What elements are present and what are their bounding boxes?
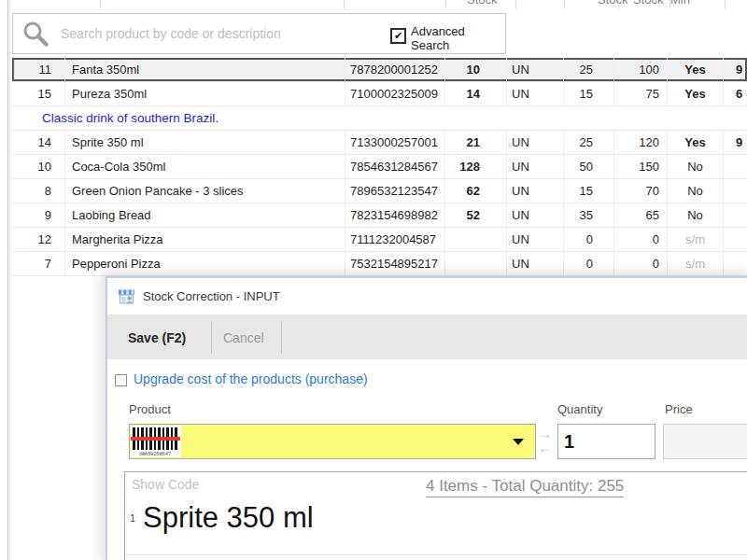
cell-id: 9 (12, 203, 65, 227)
advanced-search-group: ✔ Advanced Search (390, 25, 469, 52)
app-canvas: StockStockStockMin ✔ Advanced Search 11F… (0, 0, 747, 560)
cell-extra (724, 252, 747, 275)
table-row[interactable]: 8Green Onion Pancake - 3 slices789653212… (12, 179, 747, 203)
cell-stock-max: 120 (614, 131, 668, 154)
cell-barcode: 7100002325009 (345, 82, 445, 105)
table-row[interactable]: 11Fanta 350ml787820000125210UN25100Yes9 (12, 58, 747, 82)
cell-stock: 10 (445, 58, 507, 81)
table-row[interactable]: 9Laobing Bread782315469898252UN3565No (12, 203, 747, 228)
column-header[interactable]: Min (670, 0, 690, 7)
price-input[interactable] (663, 424, 747, 459)
cell-stock: 128 (445, 155, 507, 178)
cell-product-name: Margherita Pizza (65, 228, 345, 251)
cell-unit: UN (507, 252, 564, 275)
cell-stock: 14 (445, 82, 507, 105)
dialog-titlebar: Stock Correction - INPUT (107, 278, 747, 315)
cell-stock (445, 252, 507, 275)
cell-stock: 21 (445, 131, 507, 154)
search-bar: ✔ Advanced Search (12, 13, 506, 54)
cell-stock-max: 70 (614, 179, 668, 203)
cell-stock-min: 15 (564, 179, 614, 203)
list-item[interactable]: Sprite 350 ml (143, 501, 314, 535)
cell-min-flag: No (668, 155, 724, 178)
cell-stock: 52 (445, 203, 507, 227)
toolbar-divider (211, 321, 212, 354)
cancel-button[interactable]: Cancel (223, 315, 264, 359)
cell-stock-max: 150 (614, 155, 668, 178)
cell-product-name: Fanta 350ml (65, 58, 345, 81)
cell-stock-min: 25 (564, 58, 614, 81)
save-button[interactable]: Save (F2) (128, 315, 186, 359)
cell-min-flag: Yes (668, 131, 724, 154)
column-divider (445, 0, 446, 8)
cell-id: 14 (12, 131, 65, 154)
table-row[interactable]: 10Coca-Cola 350ml7854631284567128UN50150… (12, 155, 747, 179)
cell-product-name: Coca-Cola 350ml (65, 155, 345, 178)
cell-barcode: 7878200001252 (345, 58, 445, 81)
cell-unit: UN (507, 58, 564, 81)
column-divider (344, 0, 345, 8)
cell-id: 10 (12, 155, 65, 178)
table-row[interactable]: 14Sprite 350 ml713300025700121UN25120Yes… (12, 131, 747, 155)
list-divider (125, 554, 747, 555)
stock-correction-dialog: Stock Correction - INPUT Save (F2) Cance… (106, 276, 747, 560)
store-icon (118, 287, 135, 305)
upgrade-cost-checkbox[interactable] (115, 374, 127, 386)
cell-extra (724, 155, 747, 178)
cell-stock-max: 65 (614, 203, 668, 227)
cell-stock: 62 (445, 179, 507, 203)
cell-extra (724, 179, 747, 203)
cell-extra: 6 (724, 82, 747, 105)
items-summary-link[interactable]: 4 Items - Total Quantity: 255 (426, 477, 624, 497)
cell-id: 7 (12, 252, 65, 275)
cell-min-flag: s/m (668, 252, 724, 275)
cell-product-name: Green Onion Pancake - 3 slices (65, 179, 345, 203)
product-combobox[interactable]: 38659258547 (129, 424, 536, 459)
cell-extra: 9 (724, 131, 747, 154)
transfer-right-icon[interactable]: → (538, 427, 552, 441)
cell-unit: UN (507, 155, 564, 178)
column-divider (669, 0, 670, 8)
cell-id: 8 (12, 179, 65, 203)
cell-stock-max: 100 (614, 58, 668, 81)
advanced-search-checkbox[interactable]: ✔ (390, 28, 406, 44)
column-header[interactable]: Stock (598, 0, 628, 7)
table-row[interactable]: 7Pepperoni Pizza7532154895217UN00s/m (12, 252, 747, 276)
cell-id: 15 (12, 82, 65, 105)
upgrade-cost-label[interactable]: Upgrade cost of the products (purchase) (134, 371, 368, 386)
cell-unit: UN (507, 203, 564, 227)
cell-extra: 9 (724, 58, 747, 81)
cell-stock-min: 0 (564, 252, 614, 275)
column-header[interactable]: Stock (467, 0, 498, 7)
toolbar-divider (281, 321, 282, 354)
cell-stock-max: 0 (614, 228, 668, 251)
cell-extra (724, 203, 747, 227)
column-header[interactable]: Stock (633, 0, 664, 7)
cell-min-flag: Yes (668, 58, 724, 81)
table-row[interactable]: 12Margherita Pizza7111232004587UN00s/m (12, 228, 747, 252)
table-row[interactable]: 15Pureza 350ml710000232500914UN1575Yes6 (12, 82, 747, 106)
cell-min-flag: Yes (668, 82, 724, 105)
cell-stock-min: 25 (564, 131, 614, 154)
cell-stock-min: 0 (564, 228, 614, 251)
cell-min-flag: No (668, 179, 724, 203)
dialog-body: Upgrade cost of the products (purchase) … (107, 359, 747, 560)
barcode-digits: 38659258547 (139, 451, 171, 456)
column-divider (564, 0, 565, 8)
cell-id: 11 (12, 58, 65, 81)
transfer-left-icon[interactable]: ← (538, 441, 552, 455)
window-left-rule (7, 0, 8, 560)
dropdown-arrow-icon[interactable] (513, 439, 524, 445)
column-divider (618, 0, 619, 8)
quantity-input[interactable] (557, 424, 655, 459)
cell-stock-min: 50 (564, 155, 614, 178)
cell-barcode: 7532154895217 (345, 252, 445, 275)
item-index: 1 (130, 512, 135, 524)
cell-stock-max: 75 (614, 82, 668, 105)
table-header-strip: StockStockStockMin (0, 0, 747, 8)
cell-stock-max: 0 (614, 252, 668, 275)
cell-barcode: 7111232004587 (345, 228, 445, 251)
product-description-row: Classic drink of southern Brazil. (12, 106, 747, 131)
items-list-panel: Show Code 4 Items - Total Quantity: 255 … (124, 471, 747, 560)
column-divider (100, 0, 101, 8)
